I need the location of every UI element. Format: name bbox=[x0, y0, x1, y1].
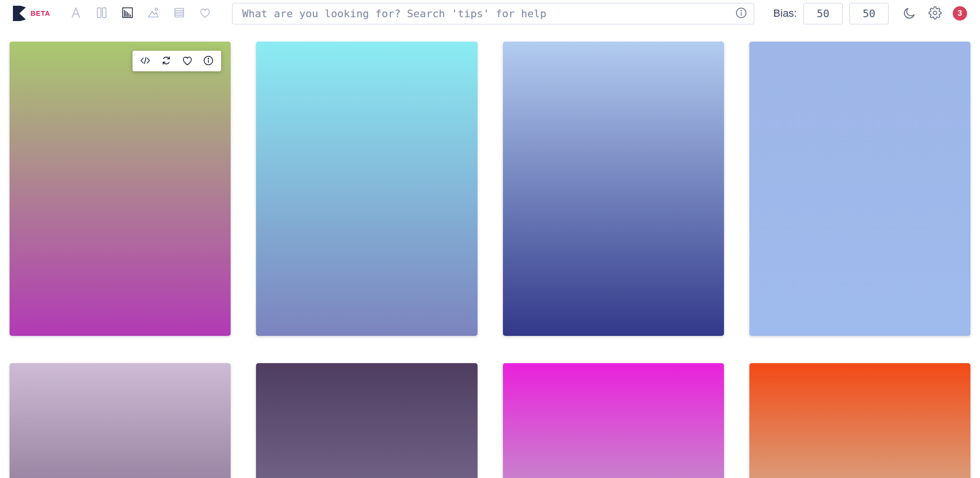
beta-badge: BETA bbox=[31, 10, 50, 17]
gear-icon bbox=[928, 6, 942, 21]
view-nav bbox=[68, 6, 212, 21]
copy-code-button[interactable] bbox=[139, 55, 152, 67]
gradient-card-plum-to-lavender[interactable] bbox=[256, 363, 477, 478]
gradient-card-magenta-to-pink[interactable] bbox=[503, 363, 724, 478]
gradient-card-periwinkle-flat[interactable] bbox=[749, 42, 970, 336]
regenerate-button[interactable] bbox=[160, 55, 173, 67]
nav-poster-button[interactable] bbox=[94, 6, 109, 21]
bias-label: Bias: bbox=[773, 7, 797, 20]
settings-button[interactable] bbox=[928, 6, 942, 21]
info-button[interactable] bbox=[202, 55, 215, 67]
top-toolbar: BETA bbox=[0, 0, 980, 27]
nav-palette-button[interactable] bbox=[172, 6, 186, 21]
refresh-icon bbox=[160, 55, 172, 68]
info-icon bbox=[202, 55, 214, 68]
bias-input-1[interactable] bbox=[803, 3, 843, 24]
search-help-button[interactable] bbox=[734, 6, 748, 21]
search-bar bbox=[232, 3, 754, 24]
info-icon bbox=[735, 6, 748, 21]
letter-a-icon bbox=[69, 6, 82, 21]
bar-levels-icon bbox=[121, 6, 134, 21]
bias-input-2[interactable] bbox=[849, 3, 889, 24]
gradient-card-orange-to-salmon[interactable] bbox=[749, 363, 970, 478]
notification-badge[interactable]: 3 bbox=[953, 6, 967, 21]
card-action-toolbar bbox=[133, 51, 221, 71]
nav-type-button[interactable] bbox=[68, 6, 83, 21]
nav-image-button[interactable] bbox=[146, 6, 160, 21]
card-grid bbox=[0, 27, 980, 478]
heart-icon bbox=[181, 55, 193, 68]
stacked-rows-icon bbox=[173, 6, 186, 21]
columns-icon bbox=[95, 6, 108, 21]
search-input[interactable] bbox=[232, 3, 754, 24]
nav-favorites-button[interactable] bbox=[198, 6, 212, 21]
khroma-logo[interactable] bbox=[13, 6, 26, 21]
nav-gradient-button[interactable] bbox=[120, 6, 134, 21]
mountain-photo-icon bbox=[147, 6, 160, 21]
heart-icon bbox=[199, 6, 212, 21]
dark-mode-button[interactable] bbox=[902, 6, 917, 21]
favorite-button[interactable] bbox=[181, 55, 194, 67]
gradient-card-lightblue-to-indigo[interactable] bbox=[503, 42, 724, 336]
gradient-card-green-to-magenta[interactable] bbox=[10, 42, 231, 336]
gradient-card-lilac-to-plum[interactable] bbox=[10, 363, 231, 478]
code-icon bbox=[139, 55, 151, 68]
gradient-card-cyan-to-periwinkle[interactable] bbox=[256, 42, 477, 336]
moon-icon bbox=[902, 6, 917, 22]
